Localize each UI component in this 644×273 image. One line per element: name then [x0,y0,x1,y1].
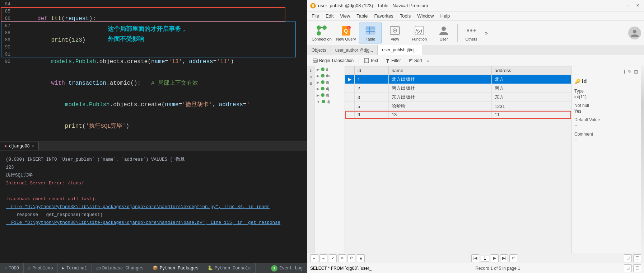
nav-tab-user-publsh[interactable]: user_publsh @dj... [378,45,423,55]
delete-row-button[interactable]: − [319,254,327,262]
output-line-4: Internal Server Error: /tans/ [6,179,301,187]
close-tab-icon[interactable]: ✕ [32,144,34,149]
first-page-button[interactable]: |◀ [471,254,479,262]
ide-bar-database-changes[interactable]: 🗃 Database Changes [92,263,148,273]
menu-table[interactable]: Table [354,13,370,19]
menu-file[interactable]: File [309,13,322,19]
ide-bar-todo[interactable]: ≡ TODO [0,263,24,273]
table-row-3[interactable]: 3 东方出版社 东方 [345,93,571,102]
avatar[interactable] [628,27,641,39]
user-icon [438,25,449,36]
close-button[interactable]: ✕ [634,2,641,9]
minimize-button[interactable]: ─ [617,2,624,9]
others-button[interactable]: Others [460,23,483,43]
new-query-button[interactable]: Q + New Query [335,23,358,43]
panel-edit-icon[interactable]: ✎ [627,69,632,75]
event-badge: 1 [271,265,277,272]
col-arrow-header [345,66,355,75]
code-line-89: models.Publsh.objects.create(name='撒旦胡卡'… [3,94,304,116]
table-row-2[interactable]: 2 南方出版社 南方 [345,84,571,93]
last-page-button[interactable]: ▶| [500,254,508,262]
output-content: (0.000) INSERT INTO `User_publsh` (`name… [3,154,304,228]
page-input[interactable] [481,255,489,262]
nav-tab-user-author[interactable]: user_author @djg... [331,45,378,55]
nav-tab-objects[interactable]: Objects [307,45,331,55]
panel-info-icon[interactable]: ℹ [624,69,625,75]
avatar-icon [630,28,640,38]
confirm-button[interactable]: ✓ [329,254,337,262]
table-row-5[interactable]: 5 哈哈哈 1231 [345,102,571,111]
view-button[interactable]: View [383,23,406,43]
text-button[interactable]: T Text [362,57,380,64]
menu-window[interactable]: Window [414,13,437,19]
ide-bar-terminal[interactable]: ▶ Terminal [58,263,92,273]
row-arrow-5 [345,102,355,111]
sidebar-grid-icon[interactable]: ⊞ [308,80,314,86]
obj-item-4[interactable]: ▶ dj [314,85,345,92]
database-icon: 🗃 [96,265,101,271]
left-sidebar: ℹ ✎ ⊞ [307,66,314,253]
table-toolbar-more[interactable]: » [427,58,430,63]
grid-view-button[interactable]: ⊞ [624,254,632,262]
status-list-button[interactable]: ☰ [633,264,641,272]
add-row-button[interactable]: + [310,254,318,262]
navicat-panel: user_publsh @djg08 (123) - Table - Navic… [307,0,644,273]
output-line-7: File "D:\python\Python38\lib\site-packag… [6,203,301,211]
ide-bar-python-console[interactable]: 🐍 Python Console [203,263,256,273]
sidebar-info-icon[interactable]: ℹ [308,67,314,73]
next-page-button[interactable]: ▶ [491,254,499,262]
table-row-1[interactable]: ▶ 1 北方出版社 北方 [345,75,571,84]
menu-help[interactable]: Help [437,13,453,19]
cell-id-5: 5 [355,102,389,111]
menu-edit[interactable]: Edit [323,13,336,19]
cell-address-9: 11 [491,111,571,119]
connection-button[interactable]: Connection [310,23,333,43]
obj-item-1[interactable]: ▶ d [314,66,345,72]
filter-button[interactable]: Filter [383,57,403,64]
maximize-button[interactable]: □ [625,2,633,9]
row-arrow-3 [345,93,355,102]
refresh-button[interactable]: ⟳ [347,254,355,262]
vertical-scrollbar[interactable] [641,66,644,253]
editor-tab-django08[interactable]: ● django08 ✕ [0,142,39,150]
menu-view[interactable]: View [337,13,353,19]
svg-text:f(x): f(x) [415,28,422,34]
col-id-header[interactable]: id [355,66,389,75]
form-view-button[interactable]: ☰ [633,254,641,262]
obj-item-3[interactable]: ▶ dj [314,79,345,85]
obj-arrow-3: ▶ [317,80,319,84]
new-query-label: New Query [336,37,356,41]
begin-transaction-button[interactable]: SQL Begin Transaction [310,57,356,64]
stop-button[interactable]: ■ [357,254,365,262]
panel-grid-icon[interactable]: ⊞ [634,69,638,75]
obj-label-1: d [326,67,328,71]
cancel-row-button[interactable]: ✕ [338,254,346,262]
toolbar-more[interactable]: » [484,29,489,37]
ide-bar-python-packages[interactable]: 📦 Python Packages [148,263,203,273]
others-icon [466,25,477,36]
obj-item-5[interactable]: ▶ dj [314,92,345,98]
sidebar-edit-icon[interactable]: ✎ [308,74,314,80]
col-address-header[interactable]: address [491,66,571,75]
user-button[interactable]: User [432,23,455,43]
table-row-9[interactable]: 9 13 11 [345,111,571,119]
status-grid-button[interactable]: ⊞ [624,264,632,272]
event-log[interactable]: 1 Event Log [267,263,307,273]
ide-bar-problems[interactable]: ⚠ Problems [24,263,58,273]
function-button[interactable]: f(x) Function [408,23,431,43]
table-button[interactable]: Table [359,23,382,43]
output-line-1: (0.000) INSERT INTO `User_publsh` (`name… [6,156,301,164]
menu-tools[interactable]: Tools [397,13,414,19]
main-content: ℹ ✎ ⊞ ▶ d ▶ ds ▶ dj ▶ d [307,66,644,253]
menu-favorites[interactable]: Favorites [371,13,396,19]
sort-button[interactable]: Sort [406,57,424,64]
python-icon: 🐍 [207,265,213,271]
ide-bottom-bar: ≡ TODO ⚠ Problems ▶ Terminal 🗃 Database … [0,263,307,273]
col-name-header[interactable]: name [388,66,491,75]
page-reload-button[interactable]: ⟳ [509,254,517,262]
obj-arrow-2: ▶ [317,74,319,78]
text-icon: T [364,58,369,63]
obj-item-2[interactable]: ▶ ds [314,72,345,79]
table-scroll-wrapper[interactable]: id name address ▶ 1 北方出版社 北方 [345,66,571,253]
obj-item-6[interactable]: ▼ dj [314,98,345,105]
